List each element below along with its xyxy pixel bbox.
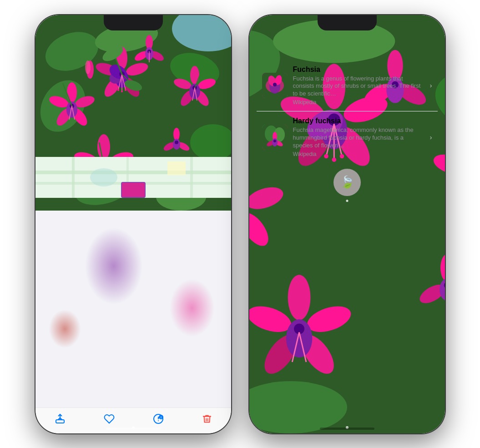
fuchsia-thumb [262, 73, 288, 98]
svg-point-24 [67, 82, 77, 102]
phone-2: 🍃 Results ✕ Siri Knowledge Show More [249, 15, 445, 433]
svg-rect-85 [167, 161, 186, 175]
svg-rect-88 [56, 420, 64, 423]
svg-point-67 [85, 60, 91, 74]
svg-rect-87 [122, 183, 145, 197]
fuchsia-content: Fuchsia Fuchsia is a genus of flowering … [293, 65, 424, 106]
notch [104, 15, 163, 30]
home-indicator-2 [320, 428, 374, 430]
fuchsia-card[interactable]: Fuchsia Fuchsia is a genus of flowering … [257, 60, 438, 111]
svg-rect-83 [190, 157, 193, 198]
search-dot [346, 200, 348, 202]
svg-point-21 [117, 89, 119, 91]
svg-point-23 [125, 89, 126, 91]
svg-point-22 [121, 91, 123, 92]
svg-point-136 [288, 275, 310, 320]
fuchsia-chevron: › [430, 82, 432, 89]
info-button[interactable]: i [153, 413, 164, 424]
svg-point-84 [90, 168, 117, 186]
hardy-content: Hardy fuchsia Fuchsia magellanica, commo… [293, 117, 424, 157]
svg-point-163 [273, 140, 276, 142]
svg-point-48 [97, 134, 110, 160]
svg-point-61 [173, 128, 180, 141]
svg-rect-79 [35, 171, 231, 174]
delete-button[interactable] [202, 413, 212, 424]
share-button[interactable] [55, 413, 66, 424]
hardy-fuchsia-card[interactable]: Hardy fuchsia Fuchsia magellanica, commo… [257, 111, 438, 163]
hardy-title: Hardy fuchsia [293, 117, 424, 125]
phone-1: Add a Caption Look Up – Plant › [35, 15, 231, 433]
svg-point-65 [175, 141, 178, 144]
like-button[interactable] [104, 413, 115, 424]
fuchsia-desc: Fuchsia is a genus of flowering plants t… [293, 75, 424, 98]
svg-text:i: i [161, 416, 162, 419]
svg-rect-81 [72, 157, 75, 198]
knowledge-cards: Fuchsia Fuchsia is a genus of flowering … [257, 60, 438, 163]
map-preview[interactable] [35, 157, 231, 198]
hardy-thumb [262, 125, 288, 150]
siri-visual-search[interactable]: 🍃 [333, 169, 361, 196]
hardy-chevron: › [430, 134, 432, 141]
hardy-source: Wikipedia [293, 151, 424, 157]
hardy-desc: Fuchsia magellanica, commonly known as t… [293, 126, 424, 150]
fuchsia-source: Wikipedia [293, 99, 424, 106]
fuchsia-title: Fuchsia [293, 65, 424, 74]
home-indicator [106, 428, 161, 430]
leaf-icon: 🍃 [340, 175, 354, 189]
svg-point-155 [273, 83, 277, 86]
notch-2 [318, 15, 377, 30]
svg-point-33 [190, 66, 199, 84]
